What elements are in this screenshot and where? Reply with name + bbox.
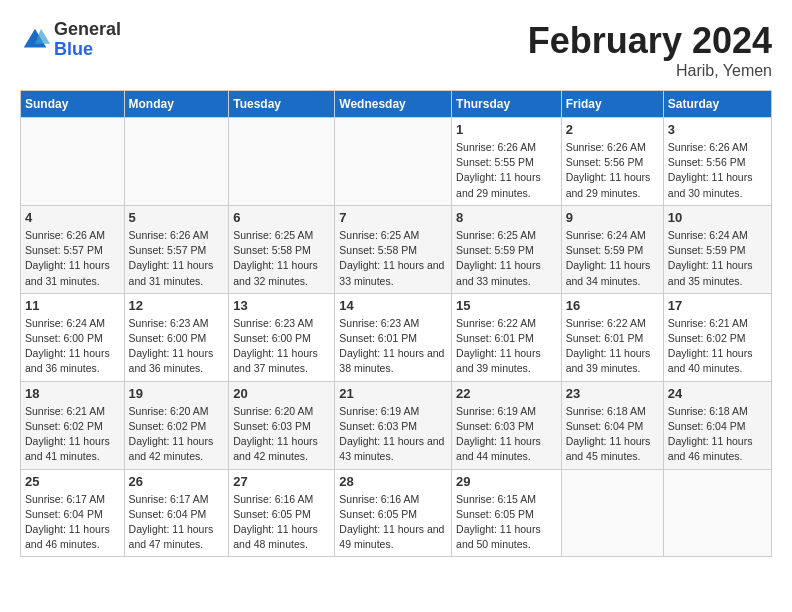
day-info: Sunrise: 6:24 AMSunset: 5:59 PMDaylight:… [668,228,767,289]
day-info: Sunrise: 6:26 AMSunset: 5:57 PMDaylight:… [25,228,120,289]
day-info: Sunrise: 6:18 AMSunset: 6:04 PMDaylight:… [668,404,767,465]
calendar-day-cell [335,118,452,206]
day-info: Sunrise: 6:20 AMSunset: 6:03 PMDaylight:… [233,404,330,465]
calendar-day-cell: 14Sunrise: 6:23 AMSunset: 6:01 PMDayligh… [335,293,452,381]
day-number: 12 [129,298,225,313]
day-info: Sunrise: 6:25 AMSunset: 5:58 PMDaylight:… [233,228,330,289]
day-number: 29 [456,474,557,489]
day-number: 1 [456,122,557,137]
calendar-day-cell: 13Sunrise: 6:23 AMSunset: 6:00 PMDayligh… [229,293,335,381]
calendar-day-cell: 17Sunrise: 6:21 AMSunset: 6:02 PMDayligh… [663,293,771,381]
day-number: 28 [339,474,447,489]
calendar-day-cell: 19Sunrise: 6:20 AMSunset: 6:02 PMDayligh… [124,381,229,469]
day-number: 2 [566,122,659,137]
day-number: 18 [25,386,120,401]
day-number: 7 [339,210,447,225]
day-info: Sunrise: 6:17 AMSunset: 6:04 PMDaylight:… [25,492,120,553]
calendar-week-row: 18Sunrise: 6:21 AMSunset: 6:02 PMDayligh… [21,381,772,469]
calendar-day-cell [124,118,229,206]
calendar-day-cell: 9Sunrise: 6:24 AMSunset: 5:59 PMDaylight… [561,205,663,293]
calendar-table: SundayMondayTuesdayWednesdayThursdayFrid… [20,90,772,557]
logo-text: General Blue [54,20,121,60]
calendar-day-cell: 20Sunrise: 6:20 AMSunset: 6:03 PMDayligh… [229,381,335,469]
calendar-day-cell: 3Sunrise: 6:26 AMSunset: 5:56 PMDaylight… [663,118,771,206]
day-number: 20 [233,386,330,401]
day-number: 5 [129,210,225,225]
day-info: Sunrise: 6:26 AMSunset: 5:57 PMDaylight:… [129,228,225,289]
page-header: General Blue February 2024 Harib, Yemen [20,20,772,80]
calendar-day-cell [21,118,125,206]
day-number: 15 [456,298,557,313]
calendar-day-cell: 23Sunrise: 6:18 AMSunset: 6:04 PMDayligh… [561,381,663,469]
day-info: Sunrise: 6:16 AMSunset: 6:05 PMDaylight:… [339,492,447,553]
calendar-day-cell: 16Sunrise: 6:22 AMSunset: 6:01 PMDayligh… [561,293,663,381]
day-number: 11 [25,298,120,313]
day-number: 4 [25,210,120,225]
day-info: Sunrise: 6:26 AMSunset: 5:55 PMDaylight:… [456,140,557,201]
calendar-day-cell: 2Sunrise: 6:26 AMSunset: 5:56 PMDaylight… [561,118,663,206]
day-number: 19 [129,386,225,401]
day-number: 17 [668,298,767,313]
day-number: 26 [129,474,225,489]
day-number: 9 [566,210,659,225]
title-block: February 2024 Harib, Yemen [528,20,772,80]
calendar-day-cell: 21Sunrise: 6:19 AMSunset: 6:03 PMDayligh… [335,381,452,469]
weekday-header-wednesday: Wednesday [335,91,452,118]
month-title: February 2024 [528,20,772,62]
day-info: Sunrise: 6:25 AMSunset: 5:58 PMDaylight:… [339,228,447,289]
day-info: Sunrise: 6:22 AMSunset: 6:01 PMDaylight:… [566,316,659,377]
day-number: 3 [668,122,767,137]
calendar-week-row: 1Sunrise: 6:26 AMSunset: 5:55 PMDaylight… [21,118,772,206]
day-number: 14 [339,298,447,313]
day-info: Sunrise: 6:20 AMSunset: 6:02 PMDaylight:… [129,404,225,465]
calendar-day-cell: 27Sunrise: 6:16 AMSunset: 6:05 PMDayligh… [229,469,335,557]
calendar-week-row: 25Sunrise: 6:17 AMSunset: 6:04 PMDayligh… [21,469,772,557]
day-number: 27 [233,474,330,489]
day-number: 6 [233,210,330,225]
day-info: Sunrise: 6:22 AMSunset: 6:01 PMDaylight:… [456,316,557,377]
day-info: Sunrise: 6:15 AMSunset: 6:05 PMDaylight:… [456,492,557,553]
calendar-day-cell [561,469,663,557]
day-info: Sunrise: 6:23 AMSunset: 6:00 PMDaylight:… [233,316,330,377]
day-info: Sunrise: 6:21 AMSunset: 6:02 PMDaylight:… [25,404,120,465]
day-info: Sunrise: 6:24 AMSunset: 5:59 PMDaylight:… [566,228,659,289]
calendar-day-cell: 25Sunrise: 6:17 AMSunset: 6:04 PMDayligh… [21,469,125,557]
calendar-day-cell: 7Sunrise: 6:25 AMSunset: 5:58 PMDaylight… [335,205,452,293]
day-number: 21 [339,386,447,401]
calendar-day-cell: 22Sunrise: 6:19 AMSunset: 6:03 PMDayligh… [452,381,562,469]
weekday-header-thursday: Thursday [452,91,562,118]
calendar-day-cell: 1Sunrise: 6:26 AMSunset: 5:55 PMDaylight… [452,118,562,206]
calendar-day-cell: 15Sunrise: 6:22 AMSunset: 6:01 PMDayligh… [452,293,562,381]
calendar-day-cell: 11Sunrise: 6:24 AMSunset: 6:00 PMDayligh… [21,293,125,381]
calendar-day-cell: 5Sunrise: 6:26 AMSunset: 5:57 PMDaylight… [124,205,229,293]
calendar-day-cell: 12Sunrise: 6:23 AMSunset: 6:00 PMDayligh… [124,293,229,381]
day-info: Sunrise: 6:18 AMSunset: 6:04 PMDaylight:… [566,404,659,465]
day-info: Sunrise: 6:25 AMSunset: 5:59 PMDaylight:… [456,228,557,289]
day-number: 16 [566,298,659,313]
day-number: 22 [456,386,557,401]
calendar-day-cell: 18Sunrise: 6:21 AMSunset: 6:02 PMDayligh… [21,381,125,469]
day-info: Sunrise: 6:16 AMSunset: 6:05 PMDaylight:… [233,492,330,553]
day-info: Sunrise: 6:26 AMSunset: 5:56 PMDaylight:… [566,140,659,201]
calendar-day-cell: 6Sunrise: 6:25 AMSunset: 5:58 PMDaylight… [229,205,335,293]
logo-icon [20,25,50,55]
location-title: Harib, Yemen [528,62,772,80]
day-number: 8 [456,210,557,225]
day-info: Sunrise: 6:24 AMSunset: 6:00 PMDaylight:… [25,316,120,377]
logo-blue-text: Blue [54,40,121,60]
weekday-header-tuesday: Tuesday [229,91,335,118]
calendar-day-cell: 28Sunrise: 6:16 AMSunset: 6:05 PMDayligh… [335,469,452,557]
calendar-day-cell: 26Sunrise: 6:17 AMSunset: 6:04 PMDayligh… [124,469,229,557]
weekday-header-row: SundayMondayTuesdayWednesdayThursdayFrid… [21,91,772,118]
day-info: Sunrise: 6:26 AMSunset: 5:56 PMDaylight:… [668,140,767,201]
calendar-week-row: 4Sunrise: 6:26 AMSunset: 5:57 PMDaylight… [21,205,772,293]
calendar-day-cell [663,469,771,557]
day-info: Sunrise: 6:19 AMSunset: 6:03 PMDaylight:… [456,404,557,465]
day-number: 10 [668,210,767,225]
calendar-week-row: 11Sunrise: 6:24 AMSunset: 6:00 PMDayligh… [21,293,772,381]
calendar-day-cell: 24Sunrise: 6:18 AMSunset: 6:04 PMDayligh… [663,381,771,469]
weekday-header-friday: Friday [561,91,663,118]
calendar-day-cell: 29Sunrise: 6:15 AMSunset: 6:05 PMDayligh… [452,469,562,557]
calendar-day-cell: 4Sunrise: 6:26 AMSunset: 5:57 PMDaylight… [21,205,125,293]
weekday-header-saturday: Saturday [663,91,771,118]
